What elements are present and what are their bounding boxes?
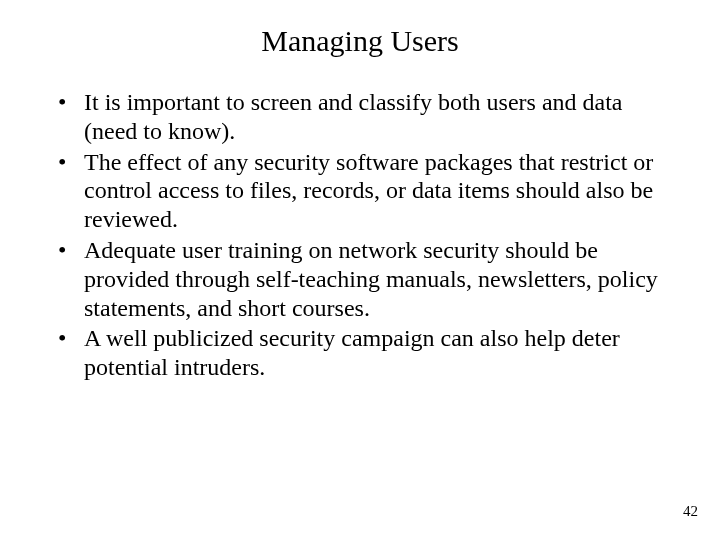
list-item: Adequate user training on network securi… xyxy=(56,236,672,322)
list-item: A well publicized security campaign can … xyxy=(56,324,672,382)
slide-title: Managing Users xyxy=(0,0,720,68)
slide-content: It is important to screen and classify b… xyxy=(0,68,720,382)
list-item: The effect of any security software pack… xyxy=(56,148,672,234)
bullet-list: It is important to screen and classify b… xyxy=(56,88,672,382)
page-number: 42 xyxy=(683,503,698,520)
slide: Managing Users It is important to screen… xyxy=(0,0,720,540)
list-item: It is important to screen and classify b… xyxy=(56,88,672,146)
